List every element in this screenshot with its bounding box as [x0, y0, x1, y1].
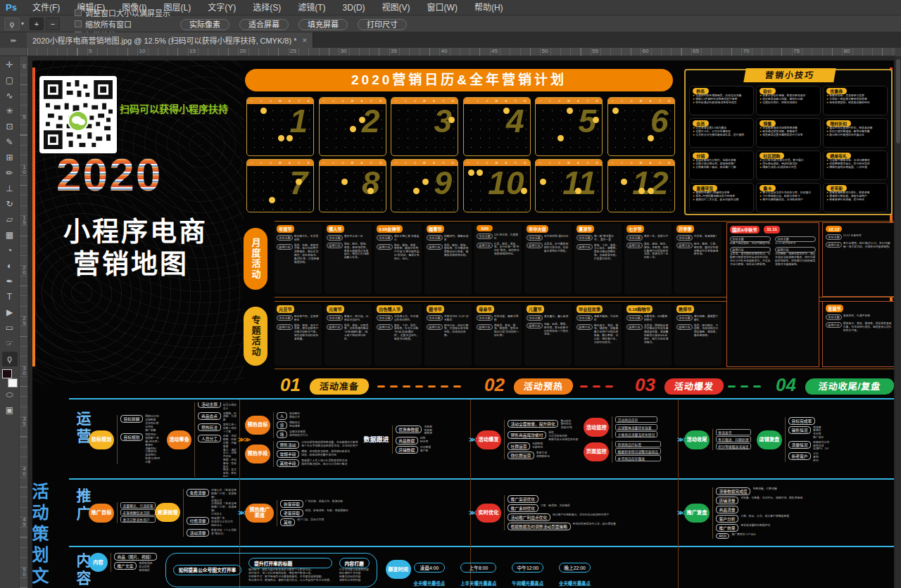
tip-card: 秒杀➤设置限时秒杀爆款商品，拉动全店流量➤搭配3-5件高转化关联商品提升客单➤秒…: [689, 86, 754, 115]
eraser-tool[interactable]: ▱: [2, 212, 18, 227]
vertical-ruler[interactable]: 05101520253035404550: [20, 56, 28, 588]
color-swatches[interactable]: [2, 369, 18, 388]
month-number: 6: [650, 105, 669, 137]
screen-mode-button[interactable]: ▣: [2, 403, 18, 418]
dodge-tool[interactable]: ◐: [2, 259, 18, 274]
menu-item[interactable]: 窗口(W): [419, 3, 466, 13]
activity-card-title: 情人节: [327, 225, 344, 233]
highlight-day: [341, 179, 348, 185]
branch-label: 推广文案: [114, 562, 137, 570]
document-tab[interactable]: 2020小程序电商营销地图.jpg @ 12.5% (扫码可以获得小程序扶持, …: [27, 32, 313, 48]
branch-label: 老客获取: [280, 509, 303, 517]
tip-card-title: 集卡: [760, 185, 776, 191]
horizontal-ruler[interactable]: 5101520253035404550556065707580: [27, 48, 895, 56]
menu-item[interactable]: 3D(D): [334, 3, 374, 13]
tip-card: 砍价➤老客分享砍价链接，裂变拉新效果好➤砍价商品选高认知度、高性价比款➤设置砍价…: [756, 86, 821, 115]
document-tab-title: 2020小程序电商营销地图.jpg @ 12.5% (扫码可以获得小程序扶持, …: [32, 34, 296, 46]
path-select-tool[interactable]: ▶: [2, 305, 18, 320]
panel-collapse-stub[interactable]: ▸▸: [0, 32, 27, 48]
gradient-tool[interactable]: ▦: [2, 228, 18, 243]
options-button[interactable]: 打印尺寸: [358, 19, 407, 30]
theme-label: 活动主题: [277, 315, 293, 321]
healing-brush-tool[interactable]: ⊞: [2, 151, 18, 165]
crop-tool[interactable]: ⊡: [2, 120, 18, 134]
menu-item[interactable]: 帮助(H): [466, 3, 512, 13]
mindmap-column: 推广复盘流量数据完成度免费流量，付费流量店铺流量浏览量、访客量、访问时长、停留时…: [684, 481, 893, 544]
mindmap-node: 预热手段: [245, 445, 270, 464]
zoom-in-button[interactable]: +: [30, 18, 44, 30]
lasso-tool[interactable]: ∿: [2, 89, 18, 103]
menu-item[interactable]: 滤镜(T): [289, 3, 334, 13]
theme-label: 活动主题: [327, 315, 343, 321]
marketing-tips-panel: 营销小技巧 秒杀➤设置限时秒杀爆款商品，拉动全店流量➤搭配3-5件高转化关联商品…: [684, 69, 893, 215]
scrollbar-thumb[interactable]: [896, 59, 900, 143]
ps-logo: Ps: [0, 2, 24, 13]
options-checkbox[interactable]: 调整窗口大小以满屏显示: [75, 7, 170, 18]
activity-card: 3.08女神节活动主题遇见女神之美 宠爱自己适用行业美妆、服饰、美食、家居等，鼓…: [374, 224, 422, 294]
activity-card-title: 七夕节: [626, 225, 644, 233]
marquee-tool[interactable]: ▢: [2, 73, 18, 88]
tip-card-title: 砍价: [760, 88, 776, 94]
checkbox-box[interactable]: [75, 9, 82, 16]
time-exposure-label: 全天曝光最高点: [559, 580, 591, 587]
band-row-label: 专题活动: [244, 307, 267, 366]
calendar-month-card: 一二三四五六日8: [319, 159, 386, 212]
time-pill: 上午8:00: [460, 563, 496, 573]
activity-card: 毕业狂欢季活动主题青春不散场，毕业狂欢适用行业数码电子、美妆、服饰、微旅等，致敬…: [574, 304, 622, 366]
zoom-out-button[interactable]: −: [46, 18, 60, 30]
shape-tool[interactable]: ▭: [2, 321, 18, 335]
menu-item[interactable]: 视图(V): [374, 3, 419, 13]
tip-card-title: 分销: [693, 153, 709, 159]
industry-label: 适用行业: [327, 243, 343, 248]
hand-tool[interactable]: ☞: [2, 336, 18, 351]
zoom-tool[interactable]: ϙ: [2, 352, 18, 366]
mindmap-node: 活动爆发: [476, 430, 501, 449]
menu-item[interactable]: 文字(Y): [199, 3, 244, 13]
mindmap-node: 活动收尾: [684, 430, 710, 449]
magic-wand-tool[interactable]: ✳: [2, 104, 18, 119]
tip-card-title: 社区团购: [760, 153, 784, 159]
options-button[interactable]: 填充屏幕: [298, 19, 348, 30]
options-button[interactable]: 实际像素: [180, 19, 229, 30]
send-time: 凌晨4:00全天曝光最低点: [414, 563, 446, 587]
vertical-scrollbar[interactable]: [895, 56, 901, 588]
activity-card-title: 年货节: [277, 225, 294, 233]
history-brush-tool[interactable]: ↻: [2, 197, 18, 212]
calendar-month-card: 一二三四五六日12: [607, 159, 675, 212]
blur-tool[interactable]: ◔: [2, 243, 18, 258]
branch-label: 常规手段: [277, 450, 299, 458]
options-button[interactable]: 适合屏幕: [239, 19, 289, 30]
tool-preset-dropdown-icon[interactable]: ▾: [21, 20, 24, 27]
poster-document[interactable]: 扫码可以获得小程序扶持 2020 小程序电商 营销地图 2020营销日历&全年营…: [32, 60, 894, 588]
branch-label: 活动全面放量，提升转化: [508, 420, 558, 428]
brush-tool[interactable]: ✏: [2, 166, 18, 181]
phase-label: 活动预热: [513, 378, 574, 395]
clone-stamp-tool[interactable]: ⊥: [2, 181, 18, 196]
phase-number: 02: [484, 374, 505, 396]
tab-close-icon[interactable]: ×: [302, 36, 306, 44]
highlight-day: [477, 170, 483, 176]
pen-tool[interactable]: ✒: [2, 274, 18, 289]
move-tool[interactable]: ✛: [2, 58, 18, 72]
send-times: 凌晨4:00全天曝光最低点上午8:00上半天曝光最高点中午12:00午间曝光最高…: [414, 553, 591, 587]
highlight-day: [612, 108, 619, 114]
theme-label: 活动主题: [676, 315, 693, 321]
branch-item: 主推商品流量及转化情况: [615, 431, 657, 437]
eyedropper-tool[interactable]: ✎: [2, 135, 18, 150]
options-checkbox[interactable]: 缩放所有窗口: [75, 18, 170, 30]
ruler-number: 55: [592, 48, 598, 54]
checkbox-box[interactable]: [75, 20, 82, 27]
highlight-day: [648, 135, 654, 141]
canvas-area[interactable]: 扫码可以获得小程序扶持 2020 小程序电商 营销地图 2020营销日历&全年营…: [28, 56, 895, 588]
quick-mask-button[interactable]: ⬭: [2, 388, 18, 402]
menu-item[interactable]: 选择(S): [244, 3, 289, 13]
type-tool[interactable]: T: [2, 290, 18, 305]
foreground-color-swatch[interactable]: [2, 369, 12, 378]
branch-label: 商品（图片、视频）: [114, 553, 157, 561]
background-color-swatch[interactable]: [8, 378, 18, 388]
send-time: 晚上22:00全天曝光最高点: [559, 563, 591, 587]
highlight-day: [575, 188, 581, 194]
time-exposure-label: 午间曝光最高点: [512, 580, 543, 587]
branch-label: 社群运营: [508, 442, 530, 450]
ruler-number: 5: [89, 48, 92, 54]
